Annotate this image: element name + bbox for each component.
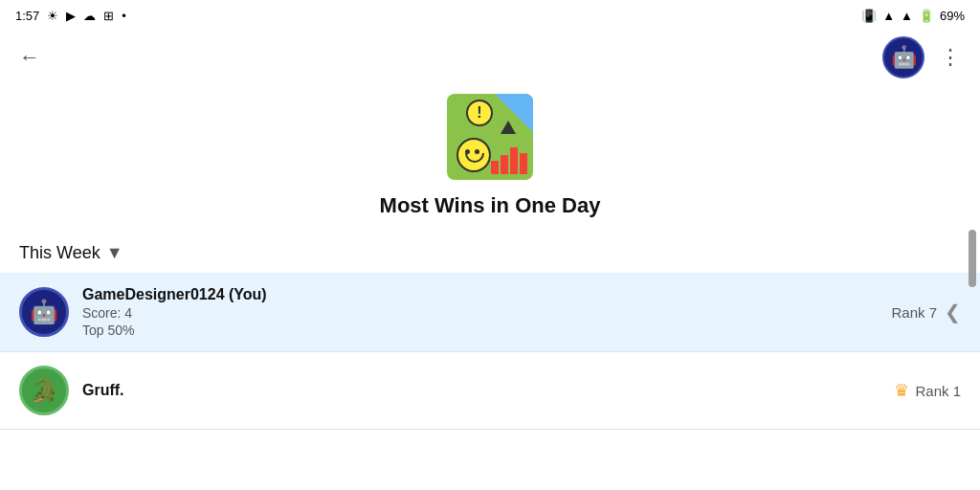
back-button[interactable]: ←	[15, 41, 44, 74]
bar-1	[491, 161, 499, 174]
vibrate-icon: 📳	[861, 9, 877, 23]
other-user-rank: ♛ Rank 1	[894, 380, 961, 401]
filter-row: This Week ▼	[0, 234, 980, 273]
crown-icon: ♛	[894, 380, 909, 401]
app-bar-right: 🤖 ⋮	[882, 36, 965, 78]
current-avatar-robot-icon: 🤖	[30, 299, 58, 325]
dot-icon: •	[122, 9, 126, 23]
status-time: 1:57	[15, 9, 39, 23]
app-bar: ← 🤖 ⋮	[0, 31, 980, 84]
achievement-section: ! Most Wins in One Day	[0, 84, 980, 234]
achievement-icon: !	[447, 94, 533, 180]
status-right: 📳 ▲ ▲ 🔋 69%	[861, 9, 965, 23]
more-options-button[interactable]: ⋮	[936, 41, 965, 74]
grid-icon: ⊞	[103, 9, 114, 23]
arrow-up-icon	[501, 121, 516, 134]
user-avatar-header[interactable]: 🤖	[882, 36, 924, 78]
other-user-name: Gruff.	[82, 382, 894, 399]
other-user-row[interactable]: 🐊 Gruff. ♛ Rank 1	[0, 352, 980, 430]
exclamation-badge: !	[466, 100, 493, 126]
battery-percent: 69%	[940, 9, 965, 23]
leaderboard: 🤖 GameDesigner0124 (You) Score: 4 Top 50…	[0, 273, 980, 430]
chevron-right-icon: ❮	[945, 301, 961, 323]
dropdown-icon[interactable]: ▼	[106, 243, 123, 263]
current-user-avatar: 🤖	[19, 287, 69, 337]
chart-bars	[491, 147, 527, 174]
wifi-icon: ▲	[882, 9, 895, 23]
current-user-info: GameDesigner0124 (You) Score: 4 Top 50%	[82, 286, 891, 338]
other-avatar-icon: 🐊	[30, 377, 58, 404]
current-user-row[interactable]: 🤖 GameDesigner0124 (You) Score: 4 Top 50…	[0, 273, 980, 352]
current-user-score: Score: 4	[82, 305, 891, 321]
avatar-robot-icon: 🤖	[891, 45, 917, 70]
other-user-avatar: 🐊	[19, 366, 69, 415]
achievement-title: Most Wins in One Day	[380, 193, 601, 218]
current-user-rank: Rank 7	[891, 304, 937, 321]
scrollbar[interactable]	[969, 230, 976, 287]
bar-2	[501, 155, 508, 174]
current-user-top: Top 50%	[82, 323, 891, 338]
battery-icon: 🔋	[919, 9, 934, 23]
bar-4	[520, 153, 527, 174]
youtube-icon: ▶	[66, 9, 76, 23]
cloud-icon: ☁	[83, 9, 96, 23]
brightness-icon: ☀	[47, 9, 58, 23]
other-user-info: Gruff.	[82, 382, 894, 399]
status-bar: 1:57 ☀ ▶ ☁ ⊞ • 📳 ▲ ▲ 🔋 69%	[0, 0, 980, 31]
other-user-rank-label: Rank 1	[915, 383, 961, 399]
smiley-face-icon	[457, 138, 491, 172]
achievement-icon-inner: !	[447, 94, 533, 180]
signal-icon: ▲	[901, 9, 913, 23]
bar-3	[510, 147, 518, 174]
current-user-name: GameDesigner0124 (You)	[82, 286, 891, 303]
app-bar-left: ←	[15, 41, 44, 74]
status-left: 1:57 ☀ ▶ ☁ ⊞ •	[15, 9, 126, 23]
filter-label: This Week	[19, 243, 100, 263]
